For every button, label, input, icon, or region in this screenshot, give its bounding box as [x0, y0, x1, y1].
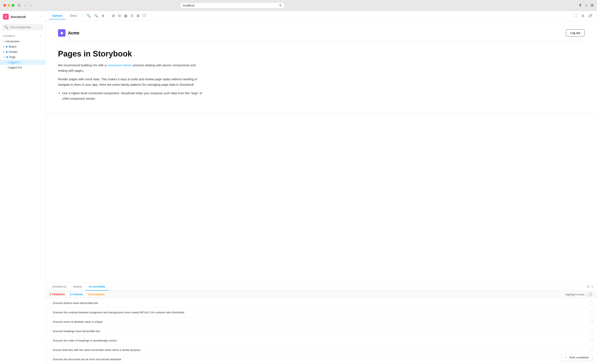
logout-button[interactable]: Log out: [566, 29, 584, 37]
story-list: Use a higher-level connected component. …: [62, 91, 204, 101]
zoom-out-icon[interactable]: 🔍: [93, 13, 100, 19]
panel-list-icon[interactable]: ☰: [587, 285, 589, 288]
a11y-tab-passes[interactable]: 11 Passes: [70, 291, 83, 298]
acme-logo: ◈ Acme: [58, 29, 79, 37]
close-button[interactable]: [3, 4, 6, 7]
a11y-checkbox-3[interactable]: [589, 320, 593, 323]
expand-icon: ▶: [3, 46, 5, 48]
chevron-icon-4: ›: [50, 330, 50, 333]
search-input[interactable]: [10, 26, 45, 29]
minimize-button[interactable]: [8, 4, 10, 7]
zoom-reset-icon[interactable]: ⊕: [100, 13, 106, 19]
component-icon-button: [6, 46, 8, 47]
forward-button[interactable]: ›: [29, 3, 32, 8]
a11y-list: › Ensures buttons have discernible text …: [46, 298, 597, 364]
address-text: localhost: [183, 4, 194, 7]
check-icon: ✓: [565, 356, 567, 359]
acme-header: ◈ Acme Log out: [58, 29, 584, 41]
copy-link-icon[interactable]: 🔗: [587, 13, 594, 19]
back-button[interactable]: ‹: [24, 3, 26, 8]
nav-section-label: EXAMPLE ⌄: [0, 34, 45, 39]
chevron-icon-2: ›: [50, 311, 50, 314]
tab-docs[interactable]: Docs: [67, 12, 80, 19]
chevron-icon-7: ›: [50, 358, 50, 361]
a11y-tab-incomplete[interactable]: 0 Incomplete: [88, 291, 104, 298]
panel-close-icon[interactable]: ✕: [591, 285, 594, 288]
panel-tabs: Controls (1) Actions Accessibility ☰ ✕: [46, 283, 597, 291]
sidebar-menu-button[interactable]: ···: [39, 15, 42, 19]
tab-actions[interactable]: Actions: [70, 283, 85, 291]
layout-icon[interactable]: ▦: [123, 13, 128, 19]
a11y-item-3[interactable]: › Ensures every id attribute value is un…: [46, 317, 597, 326]
story-frame: ◈ Acme Log out Pages in Storybook We rec…: [46, 21, 597, 114]
toolbar-right: ⛶ ⧉ 🔗: [573, 13, 594, 19]
toolbar-divider2: [108, 13, 108, 18]
sidebar-item-page[interactable]: ▼ Page: [0, 54, 45, 60]
a11y-item-4[interactable]: › Ensures headings have discernible text: [46, 326, 597, 336]
section-collapse-icon[interactable]: ⌄: [40, 35, 42, 38]
chevron-icon-1: ›: [50, 302, 50, 304]
highlight-toggle[interactable]: [586, 293, 593, 296]
story-para1: We recommend building UIs with a compone…: [58, 62, 204, 73]
story-para2: Render pages with mock data. This makes …: [58, 77, 204, 87]
sidebar-item-button[interactable]: ▶ Button: [0, 44, 45, 49]
expand-icon-page: ▼: [3, 56, 5, 58]
component-driven-link[interactable]: component-driven: [107, 63, 132, 67]
open-new-tab-icon[interactable]: ⧉: [581, 13, 585, 19]
sidebar-item-introduction[interactable]: ● Introduction: [0, 39, 45, 44]
a11y-item-5[interactable]: › Ensures the order of headings is seman…: [46, 336, 597, 345]
a11y-item-6[interactable]: › Ensure that links with the same access…: [46, 345, 597, 355]
sidebar-item-header[interactable]: ▶ Header: [0, 49, 45, 54]
a11y-checkbox-1[interactable]: [589, 301, 593, 305]
share-icon[interactable]: ⬆: [579, 3, 582, 8]
sidebar-toggle-button[interactable]: ⊡: [17, 2, 21, 8]
tests-completed-label: Tests completed: [569, 356, 589, 359]
a11y-checkbox-5[interactable]: [589, 339, 593, 342]
traffic-lights: [3, 4, 14, 7]
single-view-icon[interactable]: ⊞: [111, 13, 116, 19]
highlight-results: Highlight results: [565, 293, 593, 296]
maximize-button[interactable]: [12, 4, 14, 7]
component-icon-page: [6, 56, 8, 58]
sidebar-item-logged-out[interactable]: ▪ Logged Out: [0, 65, 45, 70]
fullscreen-icon[interactable]: ⛶: [573, 13, 579, 19]
storybook-name: Storybook: [10, 15, 26, 19]
address-bar[interactable]: localhost ↻: [180, 2, 284, 8]
a11y-panel: 1 Violations 11 Passes 0 Incomplete High…: [46, 291, 597, 364]
acme-logo-icon: ◈: [58, 29, 65, 37]
grid-icon[interactable]: ⊞: [590, 3, 594, 8]
bottom-panel: Controls (1) Actions Accessibility ☰ ✕ 1…: [46, 283, 597, 364]
zoom-in-icon[interactable]: 🔍: [85, 13, 92, 19]
tab-canvas[interactable]: Canvas: [49, 12, 66, 19]
info-icon[interactable]: ⓘ: [141, 12, 147, 19]
panel-tab-right: ☰ ✕: [587, 285, 594, 288]
a11y-checkbox-6[interactable]: [589, 348, 593, 351]
grid-view-icon[interactable]: ⊟: [117, 13, 122, 19]
sidebar: S Storybook ··· 🔍 / EXAMPLE ⌄ ● Introduc…: [0, 11, 46, 364]
a11y-item-7[interactable]: › Ensures the document has at most one b…: [46, 355, 597, 364]
story-icon-logged-in: ▪: [6, 61, 7, 63]
new-tab-icon[interactable]: ＋: [584, 3, 588, 8]
toolbar: Canvas Docs 🔍 🔍 ⊕ ⊞ ⊟ ▦ ⊡ ⊠ ⓘ ⛶ ⧉ 🔗: [46, 11, 597, 21]
doc-icon: ●: [3, 40, 4, 43]
measure-icon[interactable]: ⊠: [135, 13, 141, 19]
story-icon-logged-out: ▪: [6, 66, 7, 69]
storybook-icon: S: [3, 14, 9, 20]
a11y-tab-violations[interactable]: 1 Violations: [50, 291, 65, 298]
refresh-icon[interactable]: ↻: [279, 4, 282, 7]
a11y-item-2[interactable]: › Ensures the contrast between foregroun…: [46, 308, 597, 317]
a11y-item-1[interactable]: › Ensures buttons have discernible text: [46, 298, 597, 308]
chevron-icon-6: ›: [50, 348, 50, 351]
main-content: Canvas Docs 🔍 🔍 ⊕ ⊞ ⊟ ▦ ⊡ ⊠ ⓘ ⛶ ⧉ 🔗: [46, 11, 597, 364]
search-box[interactable]: 🔍 /: [2, 24, 43, 31]
chevron-icon-5: ›: [50, 339, 50, 342]
tab-accessibility[interactable]: Accessibility: [85, 283, 109, 291]
app-container: S Storybook ··· 🔍 / EXAMPLE ⌄ ● Introduc…: [0, 11, 597, 364]
tab-controls[interactable]: Controls (1): [49, 283, 70, 291]
a11y-checkbox-4[interactable]: [589, 329, 593, 333]
expand-icon-header: ▶: [3, 51, 5, 53]
a11y-checkbox-2[interactable]: [589, 311, 593, 314]
viewport-icon[interactable]: ⊡: [129, 13, 134, 19]
chevron-icon-3: ›: [50, 320, 50, 323]
sidebar-item-logged-in[interactable]: ▪ Logged In: [0, 60, 45, 65]
